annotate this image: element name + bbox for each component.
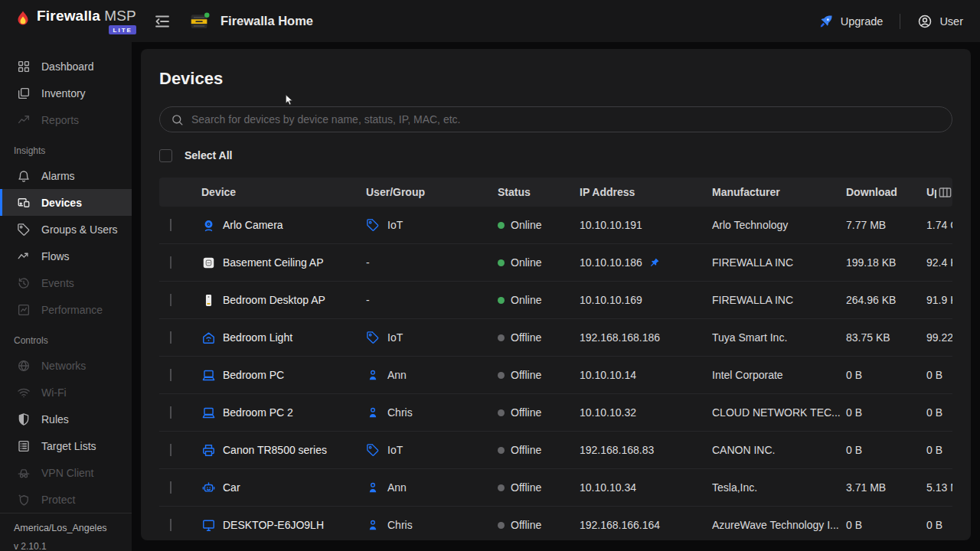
devices-table: Device User/Group Status IP Address Manu… [159,178,952,540]
list-icon [17,439,31,453]
top-bar: FirewallaMSP LITE Firewalla Home Upgrade… [0,0,980,42]
status-dot [498,447,505,454]
table-row[interactable]: Car Ann Offline 10.10.10.34 Tesla,Inc. 3… [159,469,952,507]
sidebar-footer: America/Los_Angeles v 2.10.1 [0,513,132,551]
sidebar-item-devices[interactable]: Devices [0,189,132,216]
row-checkbox[interactable] [170,294,172,306]
page-heading: Devices [159,69,952,89]
lite-badge: LITE [109,25,136,34]
sidebar-nav: Dashboard Inventory Reports Insights Ala… [0,42,132,513]
sidebar-item-alarms[interactable]: Alarms [0,162,132,189]
download-value: 0 B [846,406,926,419]
timezone-label: America/Los_Angeles [14,523,132,533]
download-value: 199.18 KB [846,256,926,269]
row-checkbox[interactable] [170,219,172,231]
flame-icon [14,9,32,29]
device-search[interactable] [159,106,952,132]
download-value: 0 B [846,369,926,381]
sidebar-item-flows[interactable]: Flows [0,243,132,269]
column-header-manufacturer[interactable]: Manufacturer [712,186,846,198]
inventory-icon [17,86,31,100]
column-header-device[interactable]: Device [201,186,366,198]
row-checkbox[interactable] [170,256,172,269]
incognito-icon [17,466,31,480]
table-row[interactable]: Canon TR8500 series IoT Offline 192.168.… [159,432,952,469]
search-input[interactable] [191,113,941,126]
ip-address: 10.10.10.169 [580,294,642,306]
firewalla-box-icon [188,10,211,33]
shield-icon [17,412,31,426]
columns-icon[interactable] [938,185,952,200]
table-row[interactable]: Basement Ceiling AP - Online 10.10.10.18… [159,244,952,282]
download-value: 7.77 MB [846,219,926,231]
upload-value: 0 B [926,406,952,419]
upload-value: 99.22 [926,331,952,344]
laptop-icon [201,406,216,420]
status-label: Offline [511,519,541,531]
sidebar-item-reports[interactable]: Reports [0,106,132,133]
row-checkbox[interactable] [170,406,172,419]
status-label: Online [511,219,541,231]
sidebar-item-vpn-client[interactable]: VPN Client [0,459,132,486]
tag-icon [366,218,380,232]
laptop-icon [201,368,216,383]
sidebar-item-target-lists[interactable]: Target Lists [0,432,132,459]
status-dot [498,259,505,266]
table-row[interactable]: Bedroom Light IoT Offline 192.168.168.18… [159,319,952,357]
sidebar-item-networks[interactable]: Networks [0,352,132,379]
table-row[interactable]: Bedroom Desktop AP - Online 10.10.10.169… [159,282,952,319]
status-dot [498,522,505,529]
manufacturer-label: Tuya Smart Inc. [712,331,846,344]
manufacturer-label: FIREWALLA INC [712,294,846,306]
manufacturer-label: Intel Corporate [712,369,846,381]
column-header-upload[interactable]: Upload [926,186,936,198]
sidebar-item-rules[interactable]: Rules [0,406,132,432]
user-group-label: Chris [387,406,413,419]
status-label: Offline [511,444,541,456]
table-header: Device User/Group Status IP Address Manu… [159,178,952,207]
manufacturer-label: FIREWALLA INC [712,256,846,269]
download-value: 3.71 MB [846,481,926,494]
webcam-icon [201,218,216,233]
upload-value: 92.4 K [926,256,952,269]
table-row[interactable]: DESKTOP-E6JO9LH Chris Offline 192.168.16… [159,507,952,540]
device-name: Canon TR8500 series [223,444,327,456]
monitor-icon [201,518,216,533]
upload-value: 0 B [926,369,952,381]
row-checkbox[interactable] [170,331,172,344]
user-menu-button[interactable]: User [917,14,963,29]
sidebar-item-groups-users[interactable]: Groups & Users [0,216,132,243]
table-row[interactable]: Bedroom PC Ann Offline 10.10.10.14 Intel… [159,357,952,394]
table-row[interactable]: Bedroom PC 2 Chris Offline 10.10.10.32 C… [159,394,952,432]
row-checkbox[interactable] [170,481,172,494]
row-checkbox[interactable] [170,519,172,531]
sidebar-item-inventory[interactable]: Inventory [0,80,132,106]
status-label: Offline [511,481,541,494]
row-checkbox[interactable] [170,369,172,381]
column-header-status[interactable]: Status [498,186,580,198]
ip-address: 192.168.166.164 [580,519,660,531]
sidebar-item-events[interactable]: Events [0,269,132,296]
sidebar-item-wi-fi[interactable]: Wi-Fi [0,379,132,406]
table-row[interactable]: Arlo Camera IoT Online 10.10.10.191 Arlo… [159,207,952,244]
current-box[interactable]: Firewalla Home [188,10,313,33]
column-header-download[interactable]: Download [846,186,926,198]
select-all-checkbox[interactable] [159,149,172,162]
ip-address: 192.168.168.186 [580,331,660,344]
menu-fold-icon[interactable] [153,12,172,31]
manufacturer-label: Arlo Technology [712,219,846,231]
sidebar-item-dashboard[interactable]: Dashboard [0,53,132,80]
sidebar-item-protect[interactable]: Protect [0,486,132,513]
upgrade-button[interactable]: Upgrade [818,14,884,29]
column-header-user-group[interactable]: User/Group [366,186,498,198]
row-checkbox[interactable] [170,444,172,456]
sidebar-item-performance[interactable]: Performance [0,296,132,323]
flows-icon [17,249,31,263]
user-group-label: Ann [387,369,407,381]
device-name: Basement Ceiling AP [223,256,324,269]
ap-tower-icon [201,293,216,308]
wifi-icon [17,386,31,399]
brand-logo[interactable]: FirewallaMSP LITE [14,8,139,34]
printer-icon [201,443,216,458]
column-header-ip[interactable]: IP Address [580,186,712,198]
